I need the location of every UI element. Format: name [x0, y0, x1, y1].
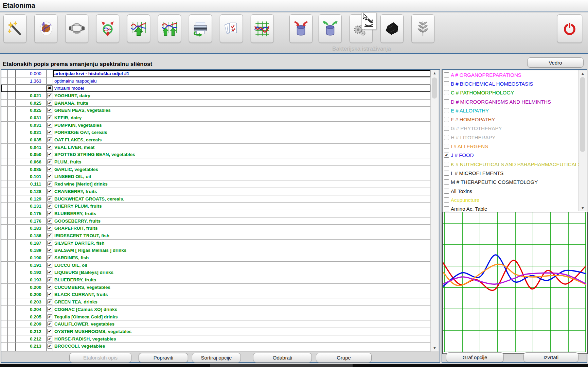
row-checkbox-checked[interactable]: ✔	[47, 159, 52, 164]
category-checkbox[interactable]	[444, 179, 449, 185]
etalon-row[interactable]: 0.213✔BROCCOLI, vegetables	[1, 343, 430, 350]
etalon-row[interactable]: 0.050✔SPOTTED STRING BEAN, vegetables	[1, 151, 430, 159]
row-checkbox-checked[interactable]: ✔	[47, 123, 52, 128]
sortiraj-opcije-button[interactable]: Sortiraj opcije	[192, 353, 241, 363]
row-checkbox-checked[interactable]: ✔	[47, 130, 52, 135]
etalon-row[interactable]: 0.085✔GARLIC, vegetables	[1, 166, 430, 173]
etalon-row[interactable]: 0.131✔CHERRY PLUM, fruits	[1, 203, 430, 210]
category-item[interactable]: All Toxins	[443, 187, 587, 195]
toolbar-button-power[interactable]	[557, 14, 582, 43]
row-checkbox-checked[interactable]: ✔	[47, 344, 52, 349]
graf-opcije-button[interactable]: Graf opcije	[446, 352, 504, 362]
toolbar-button-container-out[interactable]	[319, 14, 342, 43]
etalon-row[interactable]: 0.101✔LINSEED OIL, oil	[1, 173, 430, 181]
row-checkbox-checked[interactable]: ✔	[47, 101, 52, 106]
scroll-down-icon[interactable]: ▼	[431, 345, 439, 351]
category-checkbox[interactable]	[444, 144, 449, 149]
etalon-row[interactable]: 0.192✔LIQUEURS [Baileys] drinks	[1, 269, 430, 277]
etalon-row[interactable]: 0.212✔HORSE-RADISH, vegetables	[1, 335, 430, 343]
category-checkbox[interactable]	[444, 126, 449, 131]
etalon-row[interactable]: 0.212✔OYSTER MUSHROOMS, vegetables	[1, 328, 430, 335]
etalon-row[interactable]: 0.025✔BANANA, fruits	[1, 100, 430, 107]
scroll-down-icon[interactable]: ▼	[579, 205, 587, 211]
scroll-up-icon[interactable]: ▲	[579, 70, 587, 76]
category-checkbox[interactable]	[444, 81, 449, 86]
category-checkbox[interactable]	[444, 171, 449, 176]
grupe-button[interactable]: Grupe	[316, 353, 372, 363]
row-checkbox-checked[interactable]: ✔	[47, 285, 52, 290]
toolbar-button-stone[interactable]	[380, 14, 404, 43]
etalon-row[interactable]: ✖virtualni model	[1, 85, 430, 92]
scrollbar-thumb[interactable]	[432, 77, 437, 99]
vedro-button[interactable]: Vedro	[527, 57, 584, 68]
category-item[interactable]: F # HOMEOPATHY	[443, 115, 587, 124]
toolbar-button-graph-grid[interactable]	[251, 14, 274, 43]
etalon-row[interactable]: 0.035✔OAT FLAKES, cereals	[1, 136, 430, 144]
row-checkbox-checked[interactable]: ✔	[47, 241, 52, 246]
etalon-row[interactable]: 0.066✔PLUM, fruits	[1, 158, 430, 166]
category-item[interactable]: M # THERAPEUTIC COSMETOLOGY	[443, 178, 587, 187]
toolbar-button-brain[interactable]	[34, 14, 57, 43]
row-checkbox-checked[interactable]: ✔	[47, 270, 52, 275]
etalon-row[interactable]: 0.031✔PUMPKIN, vegetables	[1, 122, 430, 129]
row-checkbox-checked[interactable]: ✔	[47, 137, 52, 142]
toolbar-button-plant[interactable]	[411, 14, 434, 43]
toolbar-button-container-in[interactable]	[289, 14, 313, 43]
category-scrollbar[interactable]: ▲ ▼	[578, 70, 587, 211]
row-checkbox-checked[interactable]: ✔	[47, 93, 52, 98]
etalon-row[interactable]: 0.204✔COGNAC [Camus XO] drinks	[1, 306, 430, 313]
row-checkbox-checked[interactable]: ✔	[47, 226, 52, 231]
row-checkbox-checked[interactable]: ✔	[47, 314, 52, 319]
toolbar-button-head-scanner[interactable]	[65, 14, 88, 43]
category-checkbox[interactable]	[444, 189, 449, 194]
row-checkbox-checked[interactable]: ✔	[47, 351, 52, 351]
row-checkbox-checked[interactable]: ✔	[47, 292, 52, 297]
category-checkbox[interactable]	[444, 90, 449, 95]
etalon-row[interactable]: 0.000arterijske krvi - histološka odjel …	[1, 70, 430, 77]
row-checkbox-checked[interactable]: ✔	[47, 115, 52, 120]
etalon-row[interactable]: 0.176✔GOOSEBERRY, fruits	[1, 217, 430, 225]
category-item[interactable]: B # BIOCHEMICAL HOMEOSTASIS	[443, 79, 587, 88]
row-checkbox-checked[interactable]: ✔	[47, 152, 52, 157]
row-checkbox-checked[interactable]: ✔	[47, 248, 52, 253]
row-checkbox-checked[interactable]: ✔	[47, 233, 52, 238]
row-checkbox-checked[interactable]: ✔	[47, 211, 52, 216]
category-checkbox[interactable]: ✔	[444, 153, 449, 158]
etalon-scrollbar[interactable]: ▲ ▼	[430, 70, 439, 351]
etalon-row[interactable]: 0.191✔LUCCU OIL, oil	[1, 262, 430, 269]
category-item[interactable]: Amino Ac. Table	[443, 204, 587, 212]
row-checkbox-checked[interactable]: ✔	[47, 174, 52, 179]
scrollbar-thumb[interactable]	[580, 77, 585, 152]
etalon-row[interactable]: 0.128✔CRANBERRY, fruits	[1, 188, 430, 195]
category-item[interactable]: A # ORGANOPREPARATIONS	[443, 70, 587, 79]
category-item[interactable]: D # MICROORGANISMS AND HELMINTHS	[443, 97, 587, 106]
etalon-row[interactable]: 0.031✔KEFIR, dairy	[1, 114, 430, 122]
category-checkbox[interactable]	[444, 108, 449, 113]
category-checkbox[interactable]	[444, 72, 449, 77]
row-checkbox-checked[interactable]: ✔	[47, 196, 52, 202]
row-checkbox-checked[interactable]: ✔	[47, 204, 52, 209]
row-checkbox-checked[interactable]: ✔	[47, 255, 52, 260]
etalon-row[interactable]: 0.189✔BALSAM [ Rigas Melnais ] drinks	[1, 247, 430, 255]
row-checkbox-checked[interactable]: ✔	[47, 108, 52, 113]
toolbar-button-etalon-up-double[interactable]	[158, 14, 181, 43]
etalon-row[interactable]: 0.175✔BLUEBERRY, fruits	[1, 210, 430, 217]
category-item[interactable]: I # ALLERGENS	[443, 142, 587, 151]
category-item[interactable]: L # MICROELEMENTS	[443, 169, 587, 177]
etalon-row[interactable]: 0.183✔GRAPEFRUIT, fruits	[1, 225, 430, 232]
etalon-row[interactable]: 0.187✔SILVERY DARTER, fish	[1, 240, 430, 247]
etalon-row[interactable]: 0.129✔BUCKWHEAT GROATS, cereals.	[1, 195, 430, 203]
etalon-row[interactable]: 0.200✔CUCUMBERS, vegetables	[1, 284, 430, 291]
category-checkbox[interactable]	[444, 135, 449, 140]
row-checkbox-checked[interactable]: ✔	[47, 277, 52, 282]
etalon-row[interactable]: 0.021✔YOGHURT, dairy	[1, 92, 430, 100]
category-item[interactable]: K # NUTRICEUTICALS AND PARAPHARMACEUTICA…	[443, 160, 587, 169]
toolbar-button-compare-ring[interactable]	[96, 14, 119, 43]
izvrtati-button[interactable]: Izvrtati	[523, 352, 578, 362]
toolbar-button-card-index[interactable]	[220, 14, 243, 43]
etalon-row[interactable]: 0.200✔BLACK CURRANT, fruits	[1, 291, 430, 299]
row-checkbox-checked[interactable]: ✔	[47, 299, 52, 304]
row-checkbox-checked[interactable]: ✔	[47, 181, 52, 187]
category-checkbox[interactable]	[444, 197, 449, 203]
row-checkbox-checked[interactable]: ✔	[47, 307, 52, 312]
